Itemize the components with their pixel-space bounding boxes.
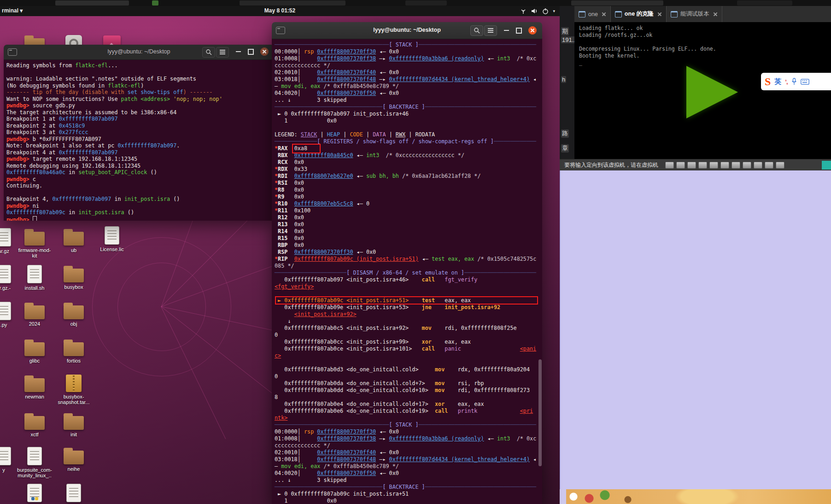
tab-close-icon[interactable] — [713, 12, 718, 17]
terminal-line: RBP 0x0 — [275, 242, 539, 249]
terminal-line: pwndbg> ni — [6, 203, 271, 210]
desktop-icon-gdb-py[interactable]: gdb.py — [17, 484, 52, 504]
terminal-line — [6, 69, 271, 76]
window-fragment — [737, 0, 792, 6]
terminal-line: LEGEND: STACK | HEAP | CODE | DATA | RWX… — [275, 131, 539, 138]
boot-log: Loading flatkc... okLoading /rootfs.gz..… — [574, 22, 831, 69]
desktop-icon-flatkc-efi[interactable]: flatkc-efi — [56, 484, 91, 504]
vm-play-overlay-icon[interactable] — [686, 66, 738, 118]
close-button[interactable] — [260, 47, 269, 56]
console-line: _ — [579, 59, 826, 66]
sound-icon[interactable] — [743, 162, 751, 169]
desktop-icon-newman[interactable]: newman — [17, 375, 52, 399]
terminal-window-background[interactable]: lyyy@ubuntu: ~/Desktop Reading symbols f… — [4, 45, 274, 221]
terminal-line: 0 — [275, 332, 539, 339]
microphone-icon[interactable] — [791, 78, 797, 85]
terminal-line: ► 0 0xffffffff807ab09c init_post.isra+51 — [275, 491, 539, 498]
vm-tab[interactable]: one — [574, 6, 611, 22]
keyboard-icon[interactable] — [801, 79, 809, 85]
sogou-logo[interactable]: S — [765, 76, 771, 88]
folder-icon — [64, 232, 84, 246]
usb-icon[interactable] — [720, 162, 729, 169]
desktop-icon-burpsuite-com-munity-linux-[interactable]: burpsuite_com-munity_linux_... — [17, 447, 52, 479]
desktop-icon-ub[interactable]: ub — [56, 228, 91, 253]
terminal-line: Breakpoint 4 at 0xffffffff807ab097 — [6, 149, 271, 156]
terminal-line — [275, 359, 539, 366]
desktop-icon-install-sh[interactable]: install.sh — [17, 265, 52, 291]
terminal-line: pwndbg> c — [6, 176, 271, 183]
desktop-icon-obj[interactable]: obj — [56, 302, 91, 327]
maximize-button[interactable] — [516, 28, 522, 34]
section-header: ───────────────────────────────────[ STA… — [275, 41, 539, 48]
folder-icon — [24, 342, 45, 356]
desktop-icon-firmware-mod-kit[interactable]: firmware-mod-kit — [17, 228, 52, 258]
section-header: ───────────────────────────────────[ STA… — [275, 422, 539, 428]
desktop-icon-neihe[interactable]: neihe — [56, 447, 91, 472]
desktop-icon-license-lic[interactable]: License.lic — [94, 226, 129, 252]
system-tray[interactable]: ▾ — [520, 7, 555, 15]
terminal-line: *RDI 0xffff88007eb627e0 ◂— sub bh, bh /*… — [275, 173, 539, 180]
hdd-icon[interactable] — [665, 162, 674, 169]
lavender-panel[interactable] — [560, 170, 831, 489]
titlebar[interactable]: lyyy@ubuntu: ~/Desktop — [272, 22, 542, 39]
vm-console[interactable]: Loading flatkc... okLoading /rootfs.gz..… — [574, 22, 831, 159]
display-icon[interactable] — [765, 162, 773, 169]
sogou-input-bar[interactable]: S 英 ʼ, — [761, 73, 831, 90]
close-button[interactable] — [528, 26, 537, 35]
desktop-icon-busybox-snapshot-tar-[interactable]: busybox-snapshot.tar... — [56, 375, 91, 405]
tab-close-icon[interactable] — [602, 12, 606, 17]
floppy-icon[interactable] — [698, 162, 707, 169]
terminal-line: 0xffffffff807ab0e4 <do_one_initcall.cold… — [275, 401, 539, 408]
desktop-icon-init[interactable]: init — [56, 412, 91, 437]
terminal-scrollbar-thumb[interactable] — [538, 359, 542, 466]
search-button[interactable] — [470, 25, 483, 36]
terminal-line: warning: Loadable section ".notes" outsi… — [6, 76, 271, 82]
terminal-line: 8 — [275, 394, 539, 401]
terminal-line: 0xffffffff807ab0dd <do_one_initcall.cold… — [275, 387, 539, 394]
input-language-indicator[interactable]: 英 — [774, 77, 781, 86]
vm-tab-bar[interactable]: oneone 的克隆能调试版本 — [574, 6, 831, 22]
desktop-icon-busybox[interactable]: busybox — [56, 265, 91, 290]
desktop-icon-glibc[interactable]: glibc — [17, 339, 52, 363]
active-app-label[interactable]: rminal ▾ — [2, 7, 23, 14]
clock[interactable]: May 8 01:52 — [264, 7, 295, 14]
vm-tab[interactable]: 能调试版本 — [667, 6, 722, 22]
terminal-line: *R11 0x100 — [275, 207, 539, 214]
desktop-icon-2024[interactable]: 2024 — [17, 302, 52, 327]
minimize-button[interactable] — [504, 30, 509, 31]
desktop-icon-fortios[interactable]: fortios — [56, 339, 91, 363]
file-icon — [27, 265, 42, 283]
maximize-button[interactable] — [248, 49, 254, 55]
titlebar[interactable]: lyyy@ubuntu: ~/Desktop — [4, 45, 274, 60]
cd-icon[interactable] — [687, 162, 696, 169]
terminal-line: ... ↓ 3 skipped — [275, 97, 539, 104]
icon-label: ub — [56, 247, 91, 253]
punctuation-indicator[interactable]: ʼ, — [785, 78, 787, 85]
network-icon[interactable] — [709, 162, 718, 169]
terminal-line: (No debugging symbols found in flatkc-ef… — [6, 82, 271, 89]
folder-icon — [24, 232, 45, 246]
terminal-line: 00:0000│ rsp 0xffff88007370ff30 ◂— 0x0 — [275, 428, 539, 435]
menu-button[interactable] — [484, 25, 497, 36]
hdd-icon[interactable] — [676, 162, 685, 169]
printer-icon[interactable] — [754, 162, 762, 169]
menu-button[interactable] — [216, 47, 229, 58]
search-button[interactable] — [202, 47, 215, 58]
terminal-line: 1 0x0 — [275, 117, 539, 124]
minimize-button[interactable] — [236, 51, 241, 52]
terminal-line: ↓ — [275, 318, 539, 325]
window-fragment-text: 章 — [561, 144, 569, 152]
desktop-icon-xctf[interactable]: xctf — [17, 412, 52, 437]
usb-icon[interactable] — [732, 162, 740, 169]
message-icon[interactable] — [776, 162, 784, 169]
tab-close-icon[interactable] — [657, 12, 662, 17]
teal-indicator — [822, 161, 831, 170]
terminal-window-foreground[interactable]: lyyy@ubuntu: ~/Desktop ─────────────────… — [272, 22, 542, 504]
vm-tab[interactable]: one 的克隆 — [611, 6, 667, 22]
chevron-down-icon: ▾ — [553, 9, 555, 13]
hamburger-icon — [488, 30, 493, 31]
terminal-line: 0xffffffff807ab0d3 <do_one_initcall.cold… — [275, 366, 539, 373]
icon-label: init — [56, 432, 91, 437]
pwndbg-context-output: ───────────────────────────────────[ STA… — [272, 39, 542, 504]
partially-covered-window: 期191..h路章 — [560, 6, 574, 159]
